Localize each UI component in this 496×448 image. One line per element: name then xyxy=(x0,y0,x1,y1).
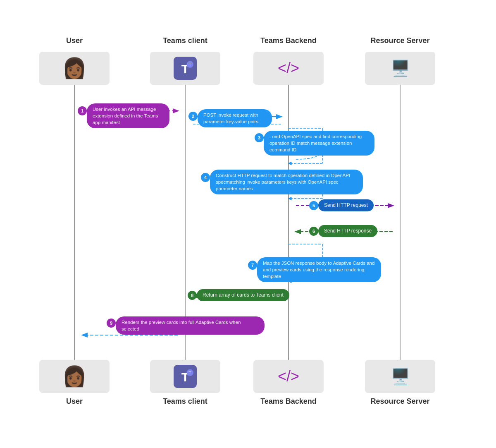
msg-bubble-4: Construct HTTP request to match operatio… xyxy=(210,170,363,194)
svg-text:T: T xyxy=(188,370,191,375)
step-circle-4: 4 xyxy=(201,173,210,182)
step-circle-2: 2 xyxy=(188,112,198,121)
msg-bubble-1: User invokes an API message extension de… xyxy=(87,103,169,128)
user-icon-top: 👩🏾 xyxy=(62,57,87,80)
msg-bubble-9: Renders the preview cards into full Adap… xyxy=(116,316,265,335)
actor-user-label-bottom: User xyxy=(39,397,110,406)
server-icon-top: 🖥️ xyxy=(391,59,410,77)
actor-teams-label-top: Teams client xyxy=(150,36,220,45)
svg-text:T: T xyxy=(188,62,191,67)
msg-bubble-7: Map the JSON response body to Adaptive C… xyxy=(257,257,381,282)
actor-teams-bottom: T T xyxy=(150,360,220,393)
msg-bubble-2: POST invoke request with parameter key-v… xyxy=(198,109,272,127)
actor-backend-bottom: </> xyxy=(253,360,324,393)
actor-resource-label-bottom: Resource Server xyxy=(365,397,435,406)
step-circle-3: 3 xyxy=(255,133,264,142)
step-circle-6: 6 xyxy=(309,227,318,236)
msg-bubble-5: Send HTTP request xyxy=(318,199,374,211)
step-circle-7: 7 xyxy=(248,261,257,270)
actor-resource-bottom: 🖥️ xyxy=(365,360,435,393)
user-icon-bottom: 👩🏾 xyxy=(62,365,87,388)
diagram-container: 👩🏾 User T T Teams client </> Teams Backe… xyxy=(0,0,496,448)
actor-user-bottom: 👩🏾 xyxy=(39,360,110,393)
actor-resource-label-top: Resource Server xyxy=(365,36,435,45)
step-circle-5: 5 xyxy=(309,201,318,210)
step-circle-9: 9 xyxy=(107,319,116,328)
actor-user-top: 👩🏾 xyxy=(39,52,110,85)
actor-backend-label-bottom: Teams Backend xyxy=(253,397,324,406)
actor-backend-top: </> xyxy=(253,52,324,85)
msg-bubble-6: Send HTTP response xyxy=(318,225,377,237)
msg-bubble-8: Return array of cards to Teams client xyxy=(197,289,289,301)
step-circle-8: 8 xyxy=(188,291,197,300)
step-circle-1: 1 xyxy=(78,106,87,115)
teams-icon-bottom: T T xyxy=(174,365,197,388)
msg-bubble-3: Load OpenAPI spec and find corresponding… xyxy=(264,131,374,156)
actor-backend-label-top: Teams Backend xyxy=(253,36,324,45)
actor-teams-label-bottom: Teams client xyxy=(150,397,220,406)
actor-teams-top: T T xyxy=(150,52,220,85)
code-icon-top: </> xyxy=(278,60,299,77)
server-icon-bottom: 🖥️ xyxy=(391,367,410,386)
actor-resource-top: 🖥️ xyxy=(365,52,435,85)
teams-icon-top: T T xyxy=(174,57,197,80)
actor-user-label-top: User xyxy=(39,36,110,45)
code-icon-bottom: </> xyxy=(278,368,299,385)
